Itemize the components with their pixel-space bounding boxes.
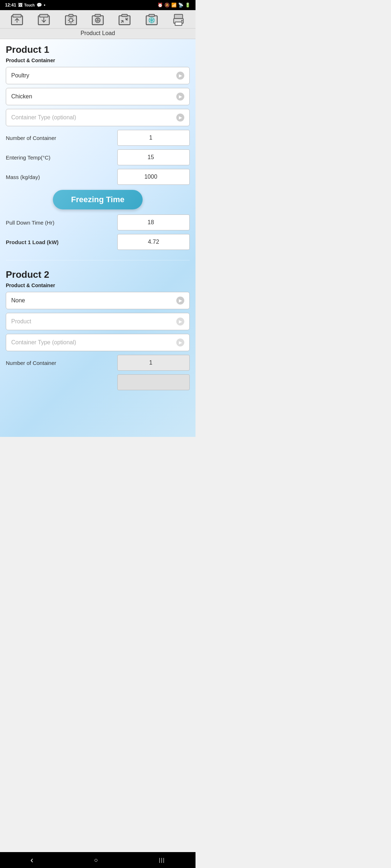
pull-down-time-input[interactable] [117,214,190,230]
pull-down-time-label: Pull Down Time (Hr) [6,220,117,226]
dot-indicator: • [44,3,45,8]
download-icon[interactable] [37,13,51,27]
freeze-icon[interactable] [145,13,159,27]
svg-rect-20 [175,22,182,25]
product1-title: Product 1 [6,44,190,55]
svg-rect-8 [69,14,73,17]
toolbar [0,10,196,29]
product-upload-icon[interactable] [10,13,24,27]
battery-icon: 🔋 [185,3,190,8]
product2-extra-input [117,374,190,390]
wifi-icon: 📶 [171,3,177,8]
photo-icon: 🖼 [18,3,22,8]
container-type-placeholder: Container Type (optional) [11,114,76,121]
number-of-container-row: Number of Container [6,130,190,146]
category-value: Poultry [11,72,29,79]
product2-category-arrow-icon: ▶ [176,297,184,305]
time: 12:41 [5,3,16,8]
status-right: ⏰ 🔕 📶 📡 🔋 [157,3,190,8]
product1-load-value[interactable] [117,234,190,250]
number-of-container-input[interactable] [117,130,190,146]
freezing-time-button[interactable]: Freezing Time [53,190,143,209]
pull-down-time-row: Pull Down Time (Hr) [6,214,190,230]
compress-icon[interactable] [118,13,131,27]
product2-number-of-container-input[interactable] [117,355,190,371]
product1-subtitle: Product & Container [6,58,190,63]
entering-temp-input[interactable] [117,149,190,165]
category-dropdown[interactable]: Poultry ▶ [6,67,190,84]
touch-icon: Touch [24,3,35,7]
fan-icon[interactable] [91,13,105,27]
product2-product-placeholder: Product [11,318,31,325]
svg-rect-1 [13,14,21,17]
product2-product-arrow-icon: ▶ [176,318,184,326]
svg-rect-12 [119,16,130,25]
product-value: Chicken [11,93,32,100]
print-icon[interactable] [172,13,185,27]
entering-temp-row: Entering Temp(°C) [6,149,190,165]
product1-section: Product 1 Product & Container Poultry ▶ … [0,39,196,256]
product2-number-of-container-label: Number of Container [6,360,117,366]
product2-number-of-container-row: Number of Container [6,355,190,371]
product2-container-type-dropdown[interactable]: Container Type (optional) ▶ [6,334,190,351]
settings-icon[interactable] [64,13,78,27]
mass-input[interactable] [117,169,190,185]
product2-container-arrow-icon: ▶ [176,339,184,346]
number-of-container-label: Number of Container [6,135,117,141]
product2-extra-row [6,374,190,390]
product2-subtitle: Product & Container [6,282,190,288]
product2-category-value: None [11,297,25,304]
product2-container-placeholder: Container Type (optional) [11,339,76,346]
product2-category-dropdown[interactable]: None ▶ [6,292,190,309]
svg-rect-18 [174,14,182,18]
product-arrow-icon: ▶ [176,93,184,101]
product2-section: Product 2 Product & Container None ▶ Pro… [0,264,196,397]
svg-rect-4 [40,14,48,17]
message-icon: 💬 [37,3,42,8]
scroll-area: Product 1 Product & Container Poultry ▶ … [0,39,196,437]
product2-product-dropdown[interactable]: Product ▶ [6,313,190,330]
svg-rect-13 [122,14,127,17]
product1-load-label: Product 1 Load (kW) [6,239,117,245]
product1-load-row: Product 1 Load (kW) [6,234,190,250]
product-dropdown[interactable]: Chicken ▶ [6,88,190,105]
alarm-icon: ⏰ [157,3,163,8]
svg-rect-10 [95,14,100,17]
svg-rect-15 [149,14,154,17]
status-left: 12:41 🖼 Touch 💬 • [5,3,45,8]
category-arrow-icon: ▶ [176,72,184,80]
mass-row: Mass (kg/day) [6,169,190,185]
entering-temp-label: Entering Temp(°C) [6,154,117,161]
status-bar: 12:41 🖼 Touch 💬 • ⏰ 🔕 📶 📡 🔋 [0,0,196,10]
mute-icon: 🔕 [164,3,170,8]
container-type-dropdown[interactable]: Container Type (optional) ▶ [6,109,190,126]
section-divider [6,260,190,260]
signal-icon: 📡 [178,3,184,8]
page-title: Product Load [0,29,196,39]
svg-point-17 [151,20,152,21]
product2-title: Product 2 [6,269,190,280]
container-arrow-icon: ▶ [176,114,184,122]
svg-point-21 [181,20,182,21]
mass-label: Mass (kg/day) [6,174,117,180]
